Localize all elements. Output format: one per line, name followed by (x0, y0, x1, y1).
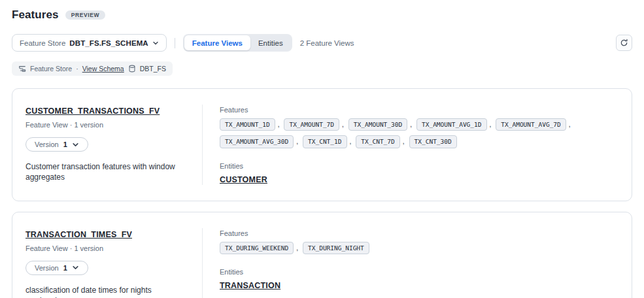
chip-separator: , (569, 121, 571, 128)
feature-chip: TX_AMOUNT_AVG_30D (220, 135, 294, 148)
database-name: DBT_FS (140, 65, 166, 73)
view-tabs-group: Feature Views Entities (183, 34, 292, 52)
feature-store-select-value: DBT_FS.FS_SCHEMA (69, 39, 148, 47)
version-selector[interactable]: Version 1 (25, 137, 88, 152)
refresh-button[interactable] (616, 35, 632, 51)
feature-chip: TX_AMOUNT_AVG_7D (496, 118, 566, 131)
refresh-icon (620, 39, 628, 47)
version-label: Version (35, 141, 59, 148)
entities-label: Entities (220, 268, 615, 276)
card-summary: TRANSACTION_TIMES_FV Feature View · 1 ve… (12, 228, 202, 298)
breadcrumb-separator: · (76, 65, 78, 73)
feature-chip: TX_AMOUNT_7D (284, 118, 339, 131)
page-title: Features (12, 8, 59, 22)
feature-view-card: TRANSACTION_TIMES_FV Feature View · 1 ve… (12, 212, 632, 298)
feature-chip-list: TX_AMOUNT_1D,TX_AMOUNT_7D,TX_AMOUNT_30D,… (220, 118, 599, 148)
feature-chip: TX_CNT_30D (409, 135, 457, 148)
feature-view-title-link[interactable]: CUSTOMER_TRANSACTIONS_FV (25, 107, 160, 116)
entity-link[interactable]: TRANSACTION (220, 281, 280, 290)
feature-view-card: CUSTOMER_TRANSACTIONS_FV Feature View · … (12, 88, 632, 201)
entity-links: TRANSACTION (220, 276, 615, 291)
chevron-down-icon (72, 141, 79, 148)
chip-separator: , (490, 121, 492, 128)
page-header: Features PREVIEW (12, 7, 632, 24)
chevron-down-icon (72, 264, 79, 271)
chip-separator: , (403, 138, 405, 145)
version-value: 1 (63, 264, 67, 272)
feature-view-list: CUSTOMER_TRANSACTIONS_FV Feature View · … (12, 88, 632, 298)
feature-view-title-link[interactable]: TRANSACTION_TIMES_FV (25, 230, 132, 239)
entities-block: Entities TRANSACTION (220, 268, 615, 291)
features-label: Features (220, 229, 615, 237)
preview-badge: PREVIEW (65, 10, 105, 20)
version-value: 1 (63, 141, 67, 148)
feature-view-subtitle: Feature View · 1 version (25, 244, 189, 252)
breadcrumb-store-label: Feature Store (30, 65, 72, 73)
chip-separator: , (296, 244, 298, 252)
chip-separator: , (410, 121, 412, 128)
database-icon (128, 65, 136, 73)
feature-store-select-label: Feature Store (20, 39, 65, 47)
toolbar: Feature Store DBT_FS.FS_SCHEMA Feature V… (12, 34, 632, 52)
divider (175, 38, 175, 48)
feature-chip: TX_DURING_WEEKEND (220, 242, 294, 254)
chip-separator: , (350, 138, 352, 145)
card-details: Features TX_DURING_WEEKEND,TX_DURING_NIG… (202, 228, 632, 298)
card-summary: CUSTOMER_TRANSACTIONS_FV Feature View · … (12, 105, 202, 185)
version-selector[interactable]: Version 1 (25, 261, 88, 275)
version-label: Version (35, 264, 59, 272)
feature-chip: TX_AMOUNT_AVG_1D (416, 118, 487, 131)
feature-chip: TX_CNT_1D (303, 135, 347, 148)
entities-block: Entities CUSTOMER (220, 162, 615, 185)
chevron-down-icon (152, 40, 159, 46)
feature-chip: TX_AMOUNT_30D (348, 118, 407, 131)
view-schema-link[interactable]: View Schema (82, 65, 124, 73)
chip-separator: , (296, 138, 298, 145)
card-details: Features TX_AMOUNT_1D,TX_AMOUNT_7D,TX_AM… (202, 105, 632, 185)
entity-links: CUSTOMER (220, 170, 615, 185)
feature-view-subtitle: Feature View · 1 version (25, 121, 189, 129)
feature-chip-list: TX_DURING_WEEKEND,TX_DURING_NIGHT (220, 242, 599, 254)
tab-entities[interactable]: Entities (250, 35, 291, 50)
features-label: Features (220, 106, 615, 114)
feature-view-description: classification of date times for nights … (25, 285, 189, 298)
tab-feature-views[interactable]: Feature Views (184, 35, 250, 50)
breadcrumb: Feature Store · View Schema DBT_FS (12, 61, 173, 76)
feature-store-select[interactable]: Feature Store DBT_FS.FS_SCHEMA (12, 34, 167, 52)
chip-separator: , (342, 121, 344, 128)
entities-label: Entities (220, 162, 615, 170)
feature-views-count: 2 Feature Views (300, 39, 354, 47)
feature-store-icon (18, 65, 26, 73)
feature-view-description: Customer transaction features with windo… (25, 161, 189, 182)
features-page: Features PREVIEW Feature Store DBT_FS.FS… (0, 0, 644, 298)
feature-chip: TX_AMOUNT_1D (220, 118, 275, 131)
feature-chip: TX_DURING_NIGHT (303, 242, 369, 254)
chip-separator: , (278, 121, 280, 128)
entity-link[interactable]: CUSTOMER (220, 175, 267, 184)
feature-chip: TX_CNT_7D (356, 135, 399, 148)
